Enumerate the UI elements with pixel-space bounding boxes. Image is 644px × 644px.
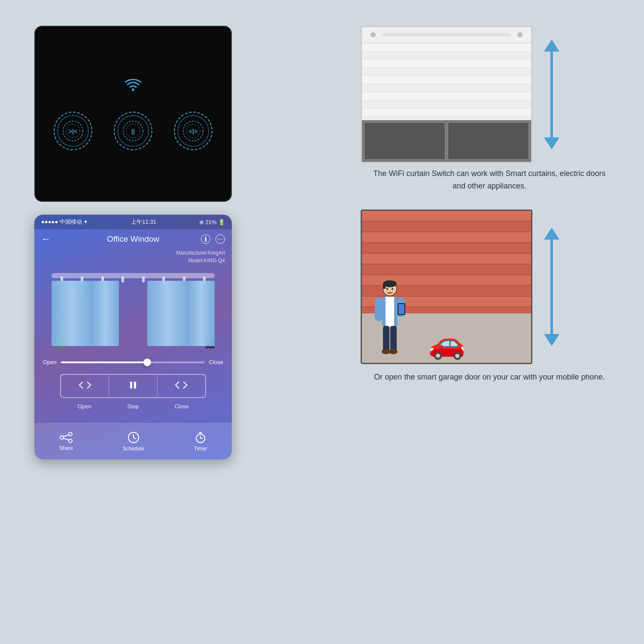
svg-point-0 xyxy=(132,88,134,91)
time-text: 上午11:31 xyxy=(131,218,156,226)
battery-text: ⊕ 21% 🔋 xyxy=(199,219,225,225)
slider-close-label: Close xyxy=(209,359,223,365)
garage-arrows xyxy=(541,228,562,346)
schedule-tab-label: Schedule xyxy=(123,446,144,452)
phone-subtitle: Manufacturer:KingArt Model:KING-Q4 xyxy=(34,249,232,264)
share-tab-label: Share xyxy=(59,445,73,451)
stop-ctrl-button[interactable] xyxy=(109,375,157,397)
person-with-phone xyxy=(373,279,407,358)
switch-buttons-row: >|< || <|> xyxy=(54,112,213,150)
garage-arrow-up xyxy=(544,228,559,240)
open-ctrl-button[interactable] xyxy=(61,375,109,397)
svg-rect-11 xyxy=(134,382,136,389)
svg-point-5 xyxy=(126,124,140,138)
svg-point-25 xyxy=(392,288,393,290)
garage-illustration: 🚗 xyxy=(361,210,532,364)
svg-line-16 xyxy=(64,438,69,440)
more-icon[interactable]: ··· xyxy=(216,234,225,244)
phone-nav-bar: ← Office Window ℹ ··· xyxy=(34,229,232,249)
slider-open-label: Open xyxy=(43,359,57,365)
svg-rect-33 xyxy=(383,326,389,352)
curtain-illustration: 🌿 🖼 xyxy=(47,273,219,350)
svg-point-24 xyxy=(386,288,388,290)
svg-line-15 xyxy=(64,435,69,437)
shutter-rail xyxy=(362,27,531,43)
svg-rect-32 xyxy=(398,304,404,314)
model-text: Model:KING-Q4 xyxy=(41,257,225,264)
nav-icons: ℹ ··· xyxy=(201,234,225,244)
slider-area: Open Close xyxy=(34,355,232,370)
garage-section: 🚗 xyxy=(361,210,618,364)
garage-description: Or open the smart garage door on your ca… xyxy=(361,371,618,383)
device-switch-panel: >|< || <|> xyxy=(34,26,232,202)
slider-thumb[interactable] xyxy=(143,358,151,366)
svg-text:>|<: >|< xyxy=(69,128,77,135)
svg-point-7 xyxy=(183,121,203,141)
shutter-slats xyxy=(362,43,531,123)
window-panes xyxy=(362,120,531,162)
svg-rect-28 xyxy=(386,297,394,327)
slider-track[interactable] xyxy=(61,361,205,363)
svg-text:<|>: <|> xyxy=(189,128,197,135)
right-panel: The WiFi curtain Switch can work with Sm… xyxy=(361,26,618,383)
status-bar: ●●●●● 中国移动 ✦ 上午11:31 ⊕ 21% 🔋 xyxy=(34,215,232,229)
svg-rect-10 xyxy=(130,382,132,389)
curtain-right xyxy=(147,281,215,346)
open-label: Open xyxy=(60,402,109,410)
svg-point-12 xyxy=(60,436,64,439)
svg-point-1 xyxy=(63,121,83,141)
ctrl-labels-row: Open Stop Close xyxy=(60,402,206,410)
arrow-line xyxy=(550,52,553,137)
control-buttons xyxy=(60,374,206,398)
info-icon[interactable]: ℹ xyxy=(201,234,210,244)
shutter-description: The WiFi curtain Switch can work with Sm… xyxy=(361,167,618,192)
shutter-illustration xyxy=(361,26,532,163)
app-title: Office Window xyxy=(107,234,159,244)
stop-label: Stop xyxy=(109,402,157,410)
shutter-desc-text: The WiFi curtain Switch can work with Sm… xyxy=(373,169,605,190)
svg-point-26 xyxy=(388,292,392,294)
garage-arrow-down xyxy=(544,334,559,346)
tab-bar: Share Schedule Timer xyxy=(34,423,232,459)
close-label: Close xyxy=(158,402,206,410)
timer-tab[interactable]: Timer xyxy=(194,431,207,452)
slider-fill xyxy=(61,361,147,363)
garage-desc-text: Or open the smart garage door on your ca… xyxy=(374,373,605,381)
close-ctrl-button[interactable] xyxy=(158,375,205,397)
curtain-left xyxy=(52,281,119,346)
svg-point-8 xyxy=(186,124,200,138)
open-button-circle[interactable]: >|< xyxy=(54,112,92,150)
phone-app: ●●●●● 中国移动 ✦ 上午11:31 ⊕ 21% 🔋 ← Office Wi… xyxy=(34,215,232,459)
svg-point-36 xyxy=(389,349,398,354)
garage-arrow-line xyxy=(550,240,553,334)
svg-point-13 xyxy=(69,432,72,436)
svg-point-2 xyxy=(66,124,80,138)
back-button[interactable]: ← xyxy=(41,234,51,245)
control-buttons-area: Open Stop Close xyxy=(47,374,219,410)
stop-button-circle[interactable]: || xyxy=(114,112,152,150)
wifi-icon xyxy=(125,78,142,94)
svg-point-4 xyxy=(123,121,143,141)
shutter-section xyxy=(361,26,618,163)
svg-point-14 xyxy=(69,439,72,443)
timer-tab-label: Timer xyxy=(194,446,207,452)
curtains xyxy=(52,281,215,346)
schedule-tab[interactable]: Schedule xyxy=(123,431,144,452)
svg-rect-29 xyxy=(375,298,383,321)
close-button-circle[interactable]: <|> xyxy=(174,112,213,150)
shutter-arrows xyxy=(541,39,562,149)
share-tab[interactable]: Share xyxy=(59,431,73,451)
arrow-up xyxy=(544,39,559,52)
car-icon: 🚗 xyxy=(428,325,465,361)
svg-text:||: || xyxy=(131,128,135,135)
carrier-text: ●●●●● 中国移动 ✦ xyxy=(41,218,88,226)
svg-rect-23 xyxy=(383,283,386,289)
arrow-down xyxy=(544,137,559,149)
svg-rect-34 xyxy=(390,326,397,352)
manufacturer-text: Manufacturer:KingArt xyxy=(41,249,225,257)
